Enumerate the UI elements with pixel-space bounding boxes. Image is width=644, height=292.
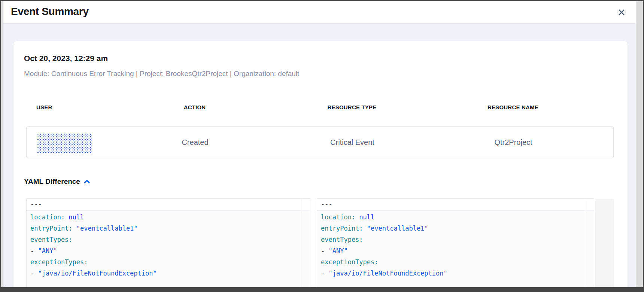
code-line: entryPoint: "eventcallable1" [30, 223, 297, 234]
chevron-up-icon [83, 179, 90, 184]
event-meta: Module: Continuous Error Tracking | Proj… [24, 70, 299, 78]
code-block: location: nullentryPoint: "eventcallable… [27, 210, 301, 279]
code-line: location: null [321, 212, 581, 223]
action-cell: Created [120, 138, 270, 147]
yaml-panel-before: --- location: nullentryPoint: "eventcall… [26, 198, 310, 287]
code-line: exceptionTypes: [30, 256, 297, 268]
yaml-difference-label: YAML Difference [24, 177, 80, 186]
column-header-resource-type: RESOURCE TYPE [270, 104, 434, 110]
modal-body: Oct 20, 2023, 12:29 am Module: Continuou… [3, 24, 636, 287]
yaml-doc-separator: --- [27, 199, 301, 210]
code-line: - "java/io/FileNotFoundException" [30, 268, 297, 279]
code-line: - "ANY" [30, 245, 297, 256]
event-summary-modal: Event Summary Oct 20, 2023, 12:29 am Mod… [3, 1, 636, 287]
yaml-difference-toggle[interactable]: YAML Difference [24, 177, 90, 186]
event-card: Oct 20, 2023, 12:29 am Module: Continuou… [13, 41, 628, 287]
code-line: eventTypes: [30, 234, 297, 245]
event-summary-window: Event Summary Oct 20, 2023, 12:29 am Mod… [0, 0, 644, 292]
code-line: entryPoint: "eventcallable1" [321, 223, 581, 234]
code-block: location: nullentryPoint: "eventcallable… [317, 210, 585, 279]
code-line: - "java/io/FileNotFoundException" [321, 268, 581, 279]
code-column: --- location: nullentryPoint: "eventcall… [317, 199, 585, 287]
code-line: eventTypes: [321, 234, 581, 245]
panel-scrollbar[interactable] [585, 199, 594, 287]
close-button[interactable] [616, 7, 627, 18]
scrollbar-top-cap [585, 199, 594, 210]
column-header-action: ACTION [120, 104, 270, 110]
panel-scrollbar[interactable] [301, 199, 310, 287]
yaml-panel-after: --- location: nullentryPoint: "eventcall… [317, 198, 594, 287]
scrollbar-top-cap [301, 199, 310, 210]
code-column: --- location: nullentryPoint: "eventcall… [27, 199, 301, 287]
code-line: exceptionTypes: [321, 256, 581, 268]
code-line: - "ANY" [321, 245, 581, 256]
page-title: Event Summary [11, 6, 89, 18]
close-icon [618, 9, 625, 16]
table-header-row: USER ACTION RESOURCE TYPE RESOURCE NAME [26, 104, 614, 110]
column-header-resource-name: RESOURCE NAME [434, 104, 592, 110]
resource-name-cell: Qtr2Project [435, 138, 592, 147]
column-header-user: USER [26, 104, 120, 110]
resource-type-cell: Critical Event [270, 138, 435, 147]
user-cell [27, 131, 120, 153]
code-line: location: null [30, 212, 297, 223]
yaml-doc-separator: --- [317, 199, 585, 210]
diff-vertical-scrollbar[interactable] [595, 199, 614, 287]
modal-header: Event Summary [3, 1, 636, 24]
table-row: Created Critical Event Qtr2Project [26, 126, 614, 158]
redacted-user-name [37, 133, 92, 153]
event-timestamp: Oct 20, 2023, 12:29 am [24, 54, 108, 63]
